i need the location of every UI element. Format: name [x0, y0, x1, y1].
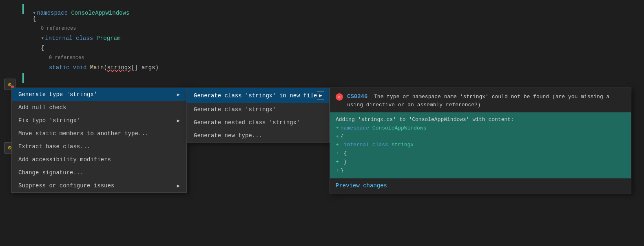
menu-item-move-static-label: Move static members to another type... — [18, 130, 148, 137]
brace-close-4: } — [341, 167, 344, 174]
plus-icon-4: + — [336, 150, 339, 156]
green-indicator-2 — [22, 73, 24, 83]
error-code-badge: CS0246 — [347, 93, 367, 100]
submenu-item-generate-new-type[interactable]: Generate new type... — [187, 129, 329, 142]
kw-class: class — [372, 142, 392, 148]
preview-changes-link[interactable]: Preview changes — [336, 182, 387, 189]
preview-code-block: Adding 'stringx.cs' to 'ConsoleAppWindow… — [330, 112, 631, 178]
code-preview-line-2: +{ — [336, 133, 625, 141]
collapse-arrow-1[interactable]: ▾ — [33, 8, 36, 18]
preview-comment-header: Adding 'stringx.cs' to 'ConsoleAppWindow… — [336, 116, 625, 124]
menu-item-change-signature[interactable]: Change signature... — [12, 166, 186, 179]
arrow-icon-2: ▶ — [177, 118, 180, 124]
array-bracket: [] — [131, 63, 142, 72]
keyword-static: static — [49, 63, 73, 72]
plus-icon-2: + — [336, 134, 339, 140]
paren-close: ) — [155, 63, 158, 72]
plus-icon-3: + — [336, 142, 339, 148]
error-header: CS0246 The type or namespace name 'strin… — [330, 88, 631, 112]
code-preview-line-5: + } — [336, 158, 625, 167]
submenu-item-generate-new-file[interactable]: Generate class 'stringx' in new file ▶ — [187, 88, 329, 103]
ns-name: ConsoleAppWindows — [372, 125, 427, 131]
menu-item-move-static[interactable]: Move static members to another type... — [12, 127, 186, 140]
param-args: args — [142, 63, 155, 72]
submenu-arrow-0: ▶ — [317, 91, 324, 100]
menu-item-suppress-label: Suppress or configure issues — [18, 182, 114, 189]
class-name-app: ConsoleAppWindows — [71, 8, 129, 18]
submenu-item-generate-nested[interactable]: Generate nested class 'stringx' — [187, 116, 329, 129]
kw-namespace: namespace — [341, 125, 372, 131]
keyword-void: void — [73, 63, 90, 72]
menu-item-add-null-check[interactable]: Add null check — [12, 101, 186, 114]
submenu-item-generate-class[interactable]: Generate class 'stringx' — [187, 103, 329, 116]
menu-item-add-null-check-label: Add null check — [18, 104, 66, 111]
collapse-arrow-2[interactable]: ▾ — [41, 33, 44, 43]
brace-2: { — [341, 134, 344, 140]
menu-item-extract-base[interactable]: Extract base class... — [12, 140, 186, 153]
keyword-namespace: namespace — [37, 8, 71, 18]
context-menu-sub: Generate class 'stringx' in new file ▶ G… — [187, 88, 330, 143]
menu-item-fix-typo[interactable]: Fix typo 'stringx' ▶ — [12, 114, 186, 127]
submenu-item-generate-new-file-label: Generate class 'stringx' in new file — [194, 92, 317, 99]
brace-open-2: { — [41, 43, 44, 53]
error-content: CS0246 The type or namespace name 'strin… — [347, 93, 625, 109]
menu-item-change-signature-label: Change signature... — [18, 169, 84, 176]
code-line-7: static void Main ( stringx [] args ) — [0, 63, 644, 72]
type-stringx: stringx — [107, 63, 131, 72]
menu-item-add-accessibility[interactable]: Add accessibility modifiers — [12, 153, 186, 166]
plus-icon-6: + — [336, 167, 339, 174]
arrow-icon-7: ▶ — [177, 183, 180, 189]
brace-close-3: } — [341, 159, 347, 165]
plus-icon-1: + — [336, 125, 339, 131]
submenu-item-generate-nested-label: Generate nested class 'stringx' — [194, 119, 300, 126]
submenu-item-generate-new-type-label: Generate new type... — [194, 132, 262, 139]
error-circle-icon — [336, 93, 343, 101]
class-stringx: stringx — [392, 142, 414, 148]
code-line-4: ▾ internal class Program — [0, 33, 644, 43]
code-line-5: { — [0, 43, 644, 53]
class-name-program: Program — [96, 33, 120, 43]
code-line-6: 0 references — [0, 53, 644, 63]
error-preview-panel: CS0246 The type or namespace name 'strin… — [330, 88, 631, 193]
code-preview-line-1: +namespace ConsoleAppWindows — [336, 124, 625, 133]
menu-item-fix-typo-label: Fix typo 'stringx' — [18, 117, 80, 124]
keyword-class: class — [76, 33, 96, 43]
plus-icon-5: + — [336, 159, 339, 165]
menu-item-suppress[interactable]: Suppress or configure issues ▶ — [12, 179, 186, 192]
brace-open-3: { — [341, 150, 347, 156]
error-message-text: The type or namespace name 'stringx' cou… — [347, 94, 609, 108]
context-menu-main: Generate type 'stringx' ▶ Add null check… — [11, 88, 187, 193]
ref-hint-1: 0 references — [41, 24, 76, 33]
paren-open: ( — [104, 63, 107, 72]
kw-internal: internal — [341, 142, 372, 148]
keyword-internal: internal — [45, 33, 76, 43]
menu-item-generate-type[interactable]: Generate type 'stringx' ▶ — [12, 88, 186, 101]
code-preview-line-6: +} — [336, 167, 625, 175]
menu-item-generate-type-label: Generate type 'stringx' — [18, 91, 97, 98]
code-line-1: ▾ namespace ConsoleAppWindows — [0, 8, 644, 18]
menu-item-add-accessibility-label: Add accessibility modifiers — [18, 156, 111, 163]
ref-hint-2: 0 references — [49, 53, 84, 63]
preview-footer: Preview changes — [330, 178, 631, 193]
arrow-icon-0: ▶ — [177, 92, 180, 98]
code-line-3: 0 references — [0, 24, 644, 33]
menu-item-extract-base-label: Extract base class... — [18, 143, 90, 150]
method-name-main: Main — [90, 63, 104, 72]
submenu-item-generate-class-label: Generate class 'stringx' — [194, 106, 276, 113]
code-preview-line-3: + internal class stringx — [336, 141, 625, 149]
code-preview-line-4: + { — [336, 149, 625, 158]
